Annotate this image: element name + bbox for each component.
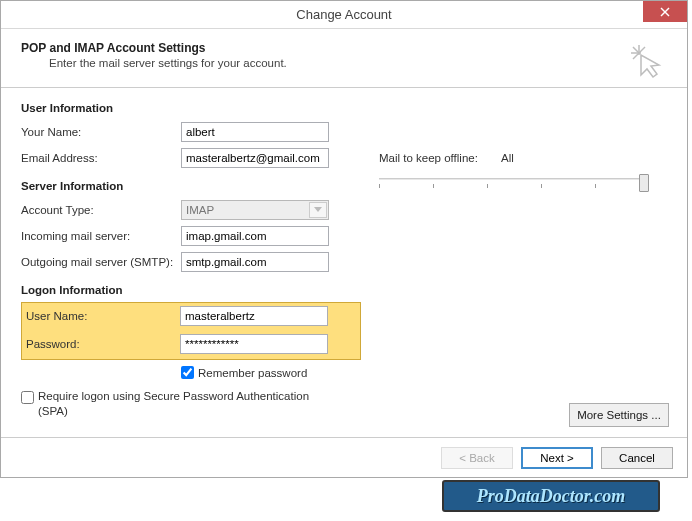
svg-line-4 (633, 47, 639, 53)
account-type-select: IMAP (181, 200, 329, 220)
account-type-label: Account Type: (21, 204, 181, 216)
cursor-star-icon (627, 41, 667, 81)
chevron-down-icon (309, 202, 327, 218)
close-button[interactable] (643, 1, 687, 22)
footer: < Back Next > Cancel (1, 437, 687, 477)
change-account-window: Change Account POP and IMAP Account Sett… (0, 0, 688, 478)
mail-keep-value: All (501, 152, 514, 164)
back-button: < Back (441, 447, 513, 469)
right-panel: Mail to keep offline: All (379, 102, 669, 192)
logon-info-heading: Logon Information (21, 284, 371, 296)
incoming-input[interactable] (181, 226, 329, 246)
mail-keep-label: Mail to keep offline: (379, 152, 501, 164)
svg-line-6 (633, 53, 639, 59)
your-name-input[interactable] (181, 122, 329, 142)
outgoing-input[interactable] (181, 252, 329, 272)
slider-thumb[interactable] (639, 174, 649, 192)
password-input[interactable] (180, 334, 328, 354)
content-area: User Information Your Name: Email Addres… (1, 88, 687, 429)
account-type-value: IMAP (186, 204, 214, 216)
next-button[interactable]: Next > (521, 447, 593, 469)
email-input[interactable] (181, 148, 329, 168)
require-spa-checkbox[interactable] (21, 391, 34, 404)
your-name-label: Your Name: (21, 126, 181, 138)
username-input[interactable] (180, 306, 328, 326)
incoming-label: Incoming mail server: (21, 230, 181, 242)
remember-password-checkbox[interactable] (181, 366, 194, 379)
window-title: Change Account (296, 7, 391, 22)
more-settings-button[interactable]: More Settings ... (569, 403, 669, 427)
header-subtitle: Enter the mail server settings for your … (21, 57, 667, 69)
cancel-button[interactable]: Cancel (601, 447, 673, 469)
outgoing-label: Outgoing mail server (SMTP): (21, 256, 181, 268)
header-title: POP and IMAP Account Settings (21, 41, 667, 55)
username-label: User Name: (24, 310, 180, 322)
password-label: Password: (24, 338, 180, 350)
user-info-heading: User Information (21, 102, 371, 114)
mail-keep-slider[interactable] (379, 174, 649, 192)
email-label: Email Address: (21, 152, 181, 164)
dialog-header: POP and IMAP Account Settings Enter the … (1, 29, 687, 87)
svg-line-5 (639, 47, 645, 53)
server-info-heading: Server Information (21, 180, 371, 192)
remember-password-label: Remember password (198, 367, 307, 379)
watermark-badge: ProDataDoctor.com (442, 480, 660, 512)
close-icon (660, 7, 670, 17)
require-spa-label: Require logon using Secure Password Auth… (38, 389, 338, 419)
titlebar: Change Account (1, 1, 687, 29)
logon-highlight: User Name: Password: (21, 302, 361, 360)
